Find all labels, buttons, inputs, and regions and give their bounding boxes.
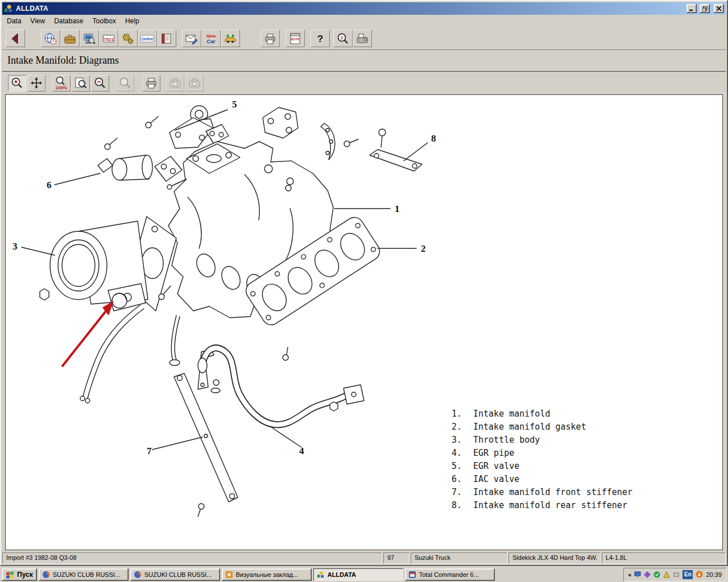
world-clock-icon	[44, 32, 57, 45]
menu-item-help[interactable]: Help	[121, 15, 144, 27]
world-clock-button[interactable]	[41, 30, 60, 47]
tray-icon[interactable]	[696, 571, 703, 578]
zoom-toolbar: 100%	[2, 72, 726, 94]
legend-item: 8.Intake manifold rear stiffener	[452, 499, 632, 512]
tray-icon[interactable]	[663, 571, 670, 578]
menu-item-view[interactable]: View	[26, 15, 49, 27]
snapshot-button-1	[166, 75, 184, 92]
firefox-icon	[42, 571, 50, 579]
fax-icon	[355, 32, 369, 45]
note-button[interactable]: NOTE	[286, 30, 305, 47]
search-computer-button[interactable]	[80, 30, 99, 47]
menu-item-toolbox[interactable]: Toolbox	[88, 15, 121, 27]
printer-icon	[144, 76, 158, 90]
app-window: ALLDATA Data View Database Toolbox Help	[0, 0, 728, 566]
menu-item-database[interactable]: Database	[49, 15, 88, 27]
page-title: Intake Manifold: Diagrams	[7, 55, 119, 66]
zoom-fit-button[interactable]	[72, 75, 90, 92]
menubar: Data View Database Toolbox Help	[2, 15, 726, 27]
start-label: Пуск	[17, 571, 33, 579]
status-make: Suzuki Truck	[411, 552, 507, 564]
tray-icon[interactable]	[644, 571, 651, 578]
restore-button[interactable]	[700, 4, 710, 13]
camera-icon	[188, 76, 201, 90]
minimize-button[interactable]	[686, 4, 697, 13]
titlebar[interactable]: ALLDATA	[2, 2, 726, 15]
help-icon: ?	[313, 32, 327, 45]
tray-icon[interactable]	[653, 571, 660, 578]
diagram-part-brackets	[263, 107, 386, 160]
start-button[interactable]: Пуск	[2, 568, 37, 581]
task-button-total-commander[interactable]: Total Commander 6...	[405, 568, 495, 581]
callout-6: 6	[47, 180, 52, 190]
pan-button[interactable]	[27, 75, 46, 92]
camera-icon	[168, 76, 182, 90]
minimize-icon	[689, 6, 694, 11]
statusbar: Import #3 1982-08 Q3-08 97 Suzuki Truck …	[2, 552, 726, 564]
callout-2: 2	[421, 243, 426, 254]
total-commander-icon	[408, 571, 416, 579]
diagram-part-front-stiffener	[174, 373, 238, 517]
alldata-app-icon	[4, 4, 13, 13]
task-button-suzuki-club-1[interactable]: SUZUKI CLUB RUSSI...	[39, 568, 129, 581]
task-label: Визуальные заклад...	[236, 571, 298, 578]
car-swap-button[interactable]	[221, 30, 240, 47]
diagram-viewport[interactable]: 5 8 1 2 6 3 7 4 1.Intake manifold 2.Inta…	[5, 94, 723, 550]
annotation-red-arrow	[62, 301, 114, 367]
taskbar: Пуск SUZUKI CLUB RUSSI... SUZUKI CLUB RU…	[0, 566, 728, 582]
diagram-part-egr-pipe	[198, 347, 364, 425]
new-car-icon: New Car	[204, 32, 218, 45]
briefcase-icon	[63, 32, 77, 45]
tray-clock[interactable]: 20:39	[706, 571, 722, 578]
legend-item: 1.Intake manifold	[452, 408, 632, 421]
language-indicator[interactable]: En	[682, 570, 693, 579]
svg-text:Car: Car	[206, 39, 216, 44]
legend-item: 2.Intake manifold gasket	[452, 421, 632, 434]
hours-display-button[interactable]: 7521	[99, 30, 118, 47]
status-engine: L4-1.8L	[602, 552, 726, 564]
search-2-button[interactable]: 2	[333, 30, 353, 47]
snapshot-button-2	[185, 75, 204, 92]
legend-item: 5.EGR valve	[452, 460, 632, 473]
status-vehicle: Sidekick JLX 4D Hard Top 4W.	[508, 552, 601, 564]
task-label: ALLDATA	[328, 571, 356, 578]
task-button-alldata[interactable]: ALLDATA	[313, 568, 403, 581]
help-button[interactable]: ?	[311, 30, 330, 47]
legend-item: 3.Throttle body	[452, 434, 632, 447]
zoom-in-icon	[10, 76, 24, 90]
mail-button[interactable]	[182, 30, 201, 47]
parts-legend: 1.Intake manifold 2.Intake manifold gask…	[452, 408, 632, 512]
report-button[interactable]	[157, 30, 176, 47]
back-button[interactable]	[6, 30, 25, 47]
fax-button[interactable]	[353, 30, 372, 47]
tray-icon[interactable]	[673, 571, 680, 578]
svg-text:?: ?	[317, 34, 323, 44]
system-tray: « En 20:39	[623, 568, 726, 581]
pan-arrows-icon	[30, 76, 43, 90]
zoom-window-button[interactable]	[91, 75, 109, 92]
window-title: ALLDATA	[16, 5, 684, 13]
mail-icon	[185, 32, 198, 45]
tray-chevron[interactable]: «	[628, 571, 631, 578]
zoom-in-button[interactable]	[8, 75, 26, 92]
bookmarks-icon	[225, 571, 233, 579]
task-button-suzuki-club-2[interactable]: SUZUKI CLUB RUSSI...	[130, 568, 220, 581]
print-diagram-button[interactable]	[142, 75, 160, 92]
tray-icon[interactable]	[634, 571, 641, 578]
online-icon: Online	[140, 32, 155, 45]
close-button[interactable]	[714, 4, 724, 13]
gears-button[interactable]	[118, 30, 138, 47]
zoom-out-button	[116, 75, 134, 92]
online-button[interactable]: Online	[138, 30, 157, 47]
task-button-visual-bookmarks[interactable]: Визуальные заклад...	[222, 568, 312, 581]
callout-4: 4	[299, 446, 304, 456]
legend-item: 4.EGR pipe	[452, 447, 632, 460]
close-icon	[717, 6, 721, 11]
print-button[interactable]	[260, 30, 280, 47]
diagram-part-throttle-body	[40, 217, 176, 311]
briefcase-button[interactable]	[60, 30, 80, 47]
menu-item-data[interactable]: Data	[2, 15, 26, 27]
new-car-button[interactable]: New Car	[201, 30, 221, 47]
zoom-100-button[interactable]: 100%	[52, 75, 71, 92]
diagram-part-vacuum-lines	[80, 305, 180, 403]
